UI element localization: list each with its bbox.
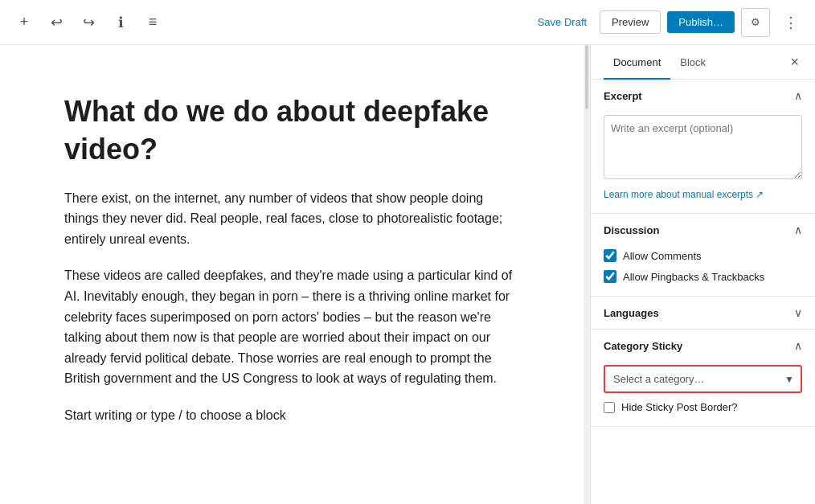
excerpt-body: Learn more about manual excerpts ↗ bbox=[591, 112, 815, 213]
hide-sticky-row: Hide Sticky Post Border? bbox=[604, 401, 802, 413]
save-draft-button[interactable]: Save Draft bbox=[531, 11, 593, 33]
tab-block[interactable]: Block bbox=[670, 45, 715, 80]
toolbar: + ↩ ↪ ℹ ≡ Save Draft Preview Publish… ⚙ … bbox=[0, 0, 815, 45]
discussion-section: Discussion ∧ Allow Comments Allow Pingba… bbox=[591, 214, 815, 297]
languages-chevron: ∨ bbox=[794, 306, 802, 319]
languages-title: Languages bbox=[604, 307, 659, 319]
category-sticky-chevron: ∧ bbox=[794, 339, 802, 352]
category-sticky-header[interactable]: Category Sticky ∧ bbox=[591, 330, 815, 362]
editor-area[interactable]: What do we do about deepfake video? Ther… bbox=[0, 45, 584, 504]
category-sticky-section: Category Sticky ∧ Select a category… ▼ H… bbox=[591, 330, 815, 427]
allow-comments-checkbox[interactable] bbox=[604, 249, 616, 262]
publish-button[interactable]: Publish… bbox=[667, 11, 735, 33]
sidebar-tabs: Document Block × bbox=[591, 45, 815, 80]
allow-comments-label: Allow Comments bbox=[623, 250, 702, 262]
excerpt-section: Excerpt ∧ Learn more about manual excerp… bbox=[591, 80, 815, 214]
tab-document[interactable]: Document bbox=[604, 45, 670, 80]
allow-pingbacks-row: Allow Pingbacks & Trackbacks bbox=[604, 270, 802, 283]
sidebar-close-button[interactable]: × bbox=[787, 45, 802, 79]
category-select-wrapper: Select a category… ▼ bbox=[604, 365, 802, 393]
allow-pingbacks-checkbox[interactable] bbox=[604, 270, 616, 283]
undo-button[interactable]: ↩ bbox=[42, 8, 71, 37]
preview-button[interactable]: Preview bbox=[600, 10, 661, 34]
post-body: There exist, on the internet, any number… bbox=[64, 188, 519, 426]
list-view-button[interactable]: ≡ bbox=[138, 8, 167, 37]
sidebar: Document Block × Excerpt ∧ Learn more ab… bbox=[590, 45, 815, 504]
post-title[interactable]: What do we do about deepfake video? bbox=[64, 93, 519, 169]
discussion-title: Discussion bbox=[604, 224, 659, 236]
discussion-body: Allow Comments Allow Pingbacks & Trackba… bbox=[591, 246, 815, 296]
allow-comments-row: Allow Comments bbox=[604, 249, 802, 262]
discussion-chevron: ∧ bbox=[794, 223, 802, 236]
hide-sticky-checkbox[interactable] bbox=[604, 402, 615, 413]
category-sticky-title: Category Sticky bbox=[604, 340, 682, 352]
paragraph-1[interactable]: There exist, on the internet, any number… bbox=[64, 188, 519, 250]
category-select[interactable]: Select a category… bbox=[604, 365, 802, 393]
discussion-header[interactable]: Discussion ∧ bbox=[591, 214, 815, 246]
add-block-button[interactable]: + bbox=[10, 8, 39, 37]
block-placeholder[interactable]: Start writing or type / to choose a bloc… bbox=[64, 405, 519, 426]
sidebar-content: Excerpt ∧ Learn more about manual excerp… bbox=[591, 80, 815, 504]
more-options-button[interactable]: ⋮ bbox=[776, 8, 805, 37]
excerpt-title: Excerpt bbox=[604, 90, 642, 102]
excerpt-chevron: ∧ bbox=[794, 89, 802, 102]
main-layout: What do we do about deepfake video? Ther… bbox=[0, 45, 815, 504]
languages-header[interactable]: Languages ∨ bbox=[591, 297, 815, 329]
scroll-indicator bbox=[584, 45, 590, 504]
excerpt-link[interactable]: Learn more about manual excerpts ↗ bbox=[604, 189, 802, 200]
redo-button[interactable]: ↪ bbox=[74, 8, 103, 37]
allow-pingbacks-label: Allow Pingbacks & Trackbacks bbox=[623, 271, 764, 283]
excerpt-textarea[interactable] bbox=[604, 115, 802, 179]
toolbar-right: Save Draft Preview Publish… ⚙ ⋮ bbox=[531, 8, 805, 37]
languages-section: Languages ∨ bbox=[591, 297, 815, 330]
scroll-thumb bbox=[585, 45, 588, 109]
hide-sticky-label: Hide Sticky Post Border? bbox=[621, 401, 738, 413]
excerpt-header[interactable]: Excerpt ∧ bbox=[591, 80, 815, 112]
paragraph-2[interactable]: These videos are called deepfakes, and t… bbox=[64, 265, 519, 389]
toolbar-left: + ↩ ↪ ℹ ≡ bbox=[10, 8, 167, 37]
info-button[interactable]: ℹ bbox=[106, 8, 135, 37]
settings-button[interactable]: ⚙ bbox=[741, 8, 770, 37]
category-sticky-body: Select a category… ▼ Hide Sticky Post Bo… bbox=[591, 362, 815, 426]
